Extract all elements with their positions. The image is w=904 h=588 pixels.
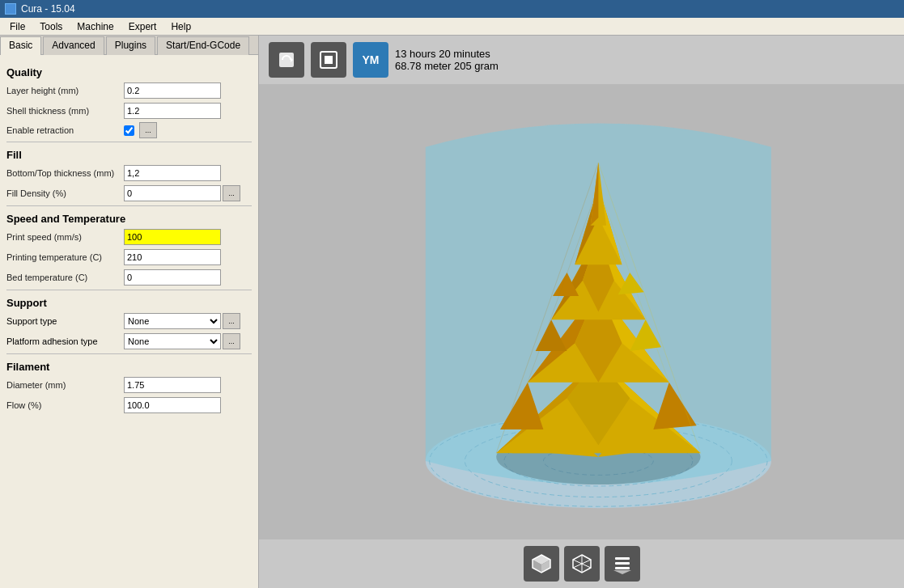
info-bar: YM 13 hours 20 minutes 68.78 meter 205 g… bbox=[259, 36, 904, 84]
menu-tools[interactable]: Tools bbox=[33, 19, 69, 34]
shell-thickness-input[interactable] bbox=[124, 103, 221, 119]
fill-density-extra-btn[interactable]: ... bbox=[223, 185, 240, 201]
platform-adhesion-row: Platform adhesion type None Brim Raft ..… bbox=[6, 332, 252, 350]
svg-rect-50 bbox=[615, 562, 630, 565]
view-solid-btn[interactable] bbox=[524, 546, 559, 582]
menu-expert[interactable]: Expert bbox=[122, 19, 163, 34]
tab-bar: Basic Advanced Plugins Start/End-GCode bbox=[0, 36, 258, 55]
fill-density-input[interactable] bbox=[124, 185, 221, 201]
layer-height-input[interactable] bbox=[124, 82, 221, 99]
support-type-row: Support type None Touching buildplate Ev… bbox=[6, 312, 252, 330]
section-support-title: Support bbox=[6, 297, 252, 309]
rotate-btn[interactable] bbox=[269, 42, 304, 78]
viewport-bg bbox=[259, 84, 904, 539]
right-panel: YM 13 hours 20 minutes 68.78 meter 205 g… bbox=[259, 36, 904, 588]
retraction-label: Enable retraction bbox=[6, 125, 124, 135]
svg-rect-3 bbox=[325, 56, 333, 64]
support-type-extra-btn[interactable]: ... bbox=[223, 313, 240, 329]
bed-temp-input[interactable] bbox=[124, 269, 221, 286]
layer-height-label: Layer height (mm) bbox=[6, 86, 124, 95]
app-title: Cura - 15.04 bbox=[21, 3, 75, 15]
flow-row: Flow (%) bbox=[6, 396, 252, 414]
menu-help[interactable]: Help bbox=[164, 19, 197, 34]
title-bar: Cura - 15.04 bbox=[0, 0, 904, 18]
bed-temp-label: Bed temperature (C) bbox=[6, 273, 124, 282]
view-layers-btn[interactable] bbox=[605, 546, 640, 582]
sep-3 bbox=[6, 290, 252, 290]
menu-machine[interactable]: Machine bbox=[70, 19, 120, 34]
sep-2 bbox=[6, 205, 252, 206]
printing-temp-label: Printing temperature (C) bbox=[6, 252, 124, 262]
tab-basic[interactable]: Basic bbox=[0, 36, 41, 55]
svg-marker-52 bbox=[613, 570, 631, 574]
flow-label: Flow (%) bbox=[6, 400, 124, 410]
diameter-label: Diameter (mm) bbox=[6, 380, 124, 390]
diameter-row: Diameter (mm) bbox=[6, 376, 252, 394]
scale-icon bbox=[318, 49, 339, 70]
support-type-select[interactable]: None Touching buildplate Everywhere bbox=[124, 313, 221, 329]
tab-plugins[interactable]: Plugins bbox=[106, 36, 155, 55]
section-filament-title: Filament bbox=[6, 361, 252, 373]
layer-height-row: Layer height (mm) bbox=[6, 82, 252, 99]
platform-adhesion-label: Platform adhesion type bbox=[6, 336, 124, 346]
svg-rect-49 bbox=[615, 557, 630, 560]
left-panel: Basic Advanced Plugins Start/End-GCode Q… bbox=[0, 36, 259, 588]
shell-thickness-row: Shell thickness (mm) bbox=[6, 102, 252, 120]
retraction-row: Enable retraction ... bbox=[6, 122, 252, 138]
flow-input[interactable] bbox=[124, 397, 221, 413]
info-material: 68.78 meter 205 gram bbox=[395, 60, 499, 72]
section-quality-title: Quality bbox=[6, 66, 252, 78]
section-fill-title: Fill bbox=[6, 149, 252, 161]
scale-btn[interactable] bbox=[311, 42, 346, 78]
sep-1 bbox=[6, 142, 252, 142]
view-xray-icon bbox=[571, 553, 592, 574]
view-layers-icon bbox=[612, 553, 633, 574]
rotate-icon bbox=[276, 49, 297, 70]
tab-advanced[interactable]: Advanced bbox=[43, 36, 104, 55]
bed-temp-row: Bed temperature (C) bbox=[6, 269, 252, 286]
fill-density-label: Fill Density (%) bbox=[6, 188, 124, 198]
viewport[interactable] bbox=[259, 84, 904, 539]
app-icon bbox=[5, 3, 16, 15]
bottom-top-thickness-input[interactable] bbox=[124, 165, 221, 181]
platform-adhesion-select[interactable]: None Brim Raft bbox=[124, 333, 221, 349]
3d-scene-svg bbox=[259, 84, 904, 539]
platform-adhesion-extra-btn[interactable]: ... bbox=[223, 333, 240, 349]
view-solid-icon bbox=[531, 553, 552, 574]
diameter-input[interactable] bbox=[124, 377, 221, 393]
print-speed-row: Print speed (mm/s) bbox=[6, 228, 252, 246]
printing-temp-row: Printing temperature (C) bbox=[6, 248, 252, 266]
fill-density-row: Fill Density (%) ... bbox=[6, 184, 252, 202]
printing-temp-input[interactable] bbox=[124, 249, 221, 265]
settings-panel: Quality Layer height (mm) Shell thicknes… bbox=[0, 55, 258, 588]
retraction-extra-btn[interactable]: ... bbox=[139, 122, 157, 138]
support-type-label: Support type bbox=[6, 316, 124, 326]
bottom-top-thickness-row: Bottom/Top thickness (mm) bbox=[6, 164, 252, 182]
print-speed-input[interactable] bbox=[124, 229, 221, 245]
mirror-btn[interactable]: YM bbox=[353, 42, 388, 78]
sep-4 bbox=[6, 353, 252, 354]
tab-start-end-gcode[interactable]: Start/End-GCode bbox=[157, 36, 249, 55]
bottom-toolbar bbox=[259, 539, 904, 588]
print-speed-label: Print speed (mm/s) bbox=[6, 232, 124, 242]
svg-rect-51 bbox=[615, 567, 630, 569]
bottom-top-thickness-label: Bottom/Top thickness (mm) bbox=[6, 168, 124, 178]
section-speed-title: Speed and Temperature bbox=[6, 213, 252, 225]
mirror-label: YM bbox=[363, 53, 380, 66]
main-layout: Basic Advanced Plugins Start/End-GCode Q… bbox=[0, 36, 904, 588]
menu-file[interactable]: File bbox=[3, 19, 32, 34]
info-time: 13 hours 20 minutes bbox=[395, 48, 499, 60]
view-xray-btn[interactable] bbox=[564, 546, 600, 582]
shell-thickness-label: Shell thickness (mm) bbox=[6, 106, 124, 116]
menu-bar: File Tools Machine Expert Help bbox=[0, 18, 904, 36]
retraction-checkbox[interactable] bbox=[124, 125, 134, 136]
info-text-block: 13 hours 20 minutes 68.78 meter 205 gram bbox=[395, 48, 499, 72]
